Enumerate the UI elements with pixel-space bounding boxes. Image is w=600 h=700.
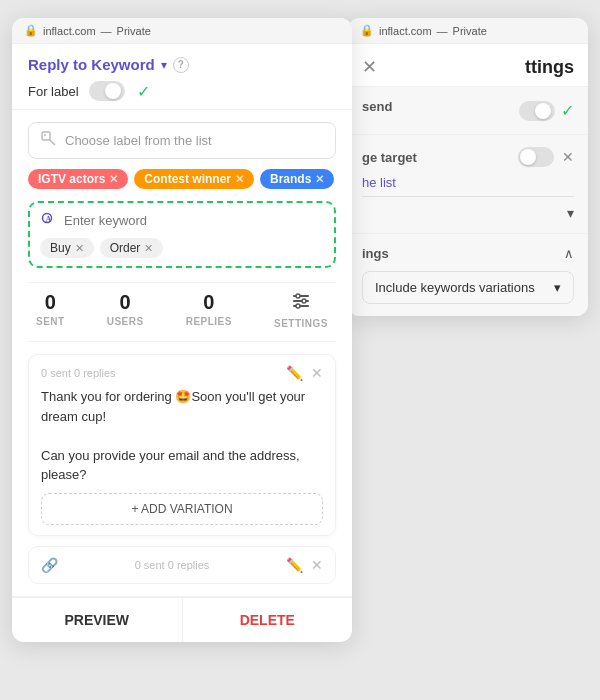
tag-remove-icon[interactable]: ✕ bbox=[315, 173, 324, 186]
right-send-label: send bbox=[362, 99, 392, 114]
stat-users-label: USERS bbox=[107, 316, 144, 327]
message-card: 0 sent 0 replies ✏️ ✕ Thank you for orde… bbox=[28, 354, 336, 536]
right-panel-body: send ✓ ge target ✕ he list ▾ bbox=[348, 87, 588, 316]
right-section-ings: ings ∧ Include keywords variations ▾ bbox=[348, 234, 588, 316]
for-label-row: For label ✓ bbox=[28, 81, 336, 101]
edit-icon[interactable]: ✏️ bbox=[286, 365, 303, 381]
right-send-row: send ✓ bbox=[362, 99, 574, 122]
dropdown-row: ▾ bbox=[362, 196, 574, 221]
chevron-down-icon[interactable]: ▾ bbox=[161, 58, 167, 72]
panel-title-row: Reply to Keyword ▾ ? bbox=[28, 56, 336, 73]
keyword-input[interactable] bbox=[64, 213, 324, 228]
second-card-top: 🔗 0 sent 0 replies ✏️ ✕ bbox=[41, 557, 323, 573]
stat-users: 0 USERS bbox=[107, 291, 144, 327]
stat-users-num: 0 bbox=[120, 291, 131, 314]
target-toggle[interactable] bbox=[518, 147, 554, 167]
edit-icon[interactable]: ✏️ bbox=[286, 557, 303, 573]
message-card-top: 0 sent 0 replies ✏️ ✕ bbox=[41, 365, 323, 381]
from-list-row: he list bbox=[362, 175, 574, 190]
panel-footer: PREVIEW DELETE bbox=[12, 596, 352, 642]
target-close-icon[interactable]: ✕ bbox=[562, 149, 574, 165]
from-list-text: he list bbox=[362, 175, 396, 190]
stat-sent: 0 SENT bbox=[36, 291, 65, 327]
label-chooser[interactable]: Choose label from the list bbox=[28, 122, 336, 159]
label-chooser-text: Choose label from the list bbox=[65, 133, 212, 148]
right-target-header: ge target ✕ bbox=[362, 147, 574, 167]
tag-label: Contest winner bbox=[144, 172, 231, 186]
tag-igtv[interactable]: IGTV actors ✕ bbox=[28, 169, 128, 189]
main-panel: 🔒 inflact.com — Private Reply to Keyword… bbox=[12, 18, 352, 642]
keyword-tag-remove-icon[interactable]: ✕ bbox=[144, 242, 153, 255]
keyword-tags-row: Buy ✕ Order ✕ bbox=[40, 238, 324, 258]
stat-sent-label: SENT bbox=[36, 316, 65, 327]
check-green-icon: ✓ bbox=[137, 82, 150, 101]
question-icon[interactable]: ? bbox=[173, 57, 189, 73]
second-card-meta: 0 sent 0 replies bbox=[135, 559, 210, 571]
tag-label: IGTV actors bbox=[38, 172, 105, 186]
lock-icon: 🔒 bbox=[24, 24, 38, 37]
stat-replies-label: REPLIES bbox=[186, 316, 232, 327]
send-toggle[interactable] bbox=[519, 101, 555, 121]
settings-button[interactable]: SETTINGS bbox=[274, 291, 328, 329]
right-panel-title: ttings bbox=[525, 57, 574, 78]
tag-remove-icon[interactable]: ✕ bbox=[109, 173, 118, 186]
keyword-variations-label: Include keywords variations bbox=[375, 280, 535, 295]
delete-button[interactable]: DELETE bbox=[183, 598, 353, 642]
stat-replies-num: 0 bbox=[203, 291, 214, 314]
right-panel-header: ✕ ttings bbox=[348, 44, 588, 87]
keyword-box: A Buy ✕ Order ✕ bbox=[28, 201, 336, 268]
keyword-tag-order[interactable]: Order ✕ bbox=[100, 238, 164, 258]
keyword-tag-label: Order bbox=[110, 241, 141, 255]
tag-contest[interactable]: Contest winner ✕ bbox=[134, 169, 254, 189]
keyword-variations-dropdown[interactable]: Include keywords variations ▾ bbox=[362, 271, 574, 304]
svg-text:A: A bbox=[46, 215, 52, 224]
lock-icon: 🔒 bbox=[360, 24, 374, 37]
close-card-icon[interactable]: ✕ bbox=[311, 365, 323, 381]
stats-row: 0 SENT 0 USERS 0 REPLIES bbox=[28, 282, 336, 342]
tag-remove-icon[interactable]: ✕ bbox=[235, 173, 244, 186]
stat-sent-num: 0 bbox=[45, 291, 56, 314]
browser-privacy-label: Private bbox=[453, 25, 487, 37]
settings-label: SETTINGS bbox=[274, 318, 328, 329]
svg-point-8 bbox=[296, 294, 300, 298]
send-check-icon: ✓ bbox=[561, 101, 574, 120]
dropdown-arrow-icon[interactable]: ▾ bbox=[567, 205, 574, 221]
chevron-up-icon[interactable]: ∧ bbox=[564, 246, 574, 261]
right-target-toggle-row: ✕ bbox=[518, 147, 574, 167]
tag-label: Brands bbox=[270, 172, 311, 186]
preview-button[interactable]: PREVIEW bbox=[12, 598, 183, 642]
keyword-tag-buy[interactable]: Buy ✕ bbox=[40, 238, 94, 258]
svg-rect-0 bbox=[42, 132, 50, 140]
panel-header: Reply to Keyword ▾ ? For label ✓ bbox=[12, 44, 352, 110]
stat-replies: 0 REPLIES bbox=[186, 291, 232, 327]
for-label-toggle[interactable] bbox=[89, 81, 125, 101]
svg-point-10 bbox=[296, 304, 300, 308]
panel-title: Reply to Keyword bbox=[28, 56, 155, 73]
main-browser-bar: 🔒 inflact.com — Private bbox=[12, 18, 352, 44]
svg-point-1 bbox=[44, 134, 46, 136]
svg-point-9 bbox=[302, 299, 306, 303]
right-close-icon[interactable]: ✕ bbox=[362, 56, 377, 78]
for-label-text: For label bbox=[28, 84, 79, 99]
tags-row: IGTV actors ✕ Contest winner ✕ Brands ✕ bbox=[28, 169, 336, 189]
browser-privacy: — bbox=[101, 25, 112, 37]
keyword-input-row: A bbox=[40, 211, 324, 230]
keyword-variations-arrow: ▾ bbox=[554, 280, 561, 295]
message-meta: 0 sent 0 replies bbox=[41, 367, 116, 379]
right-ings-label: ings bbox=[362, 246, 389, 261]
settings-icon bbox=[291, 291, 311, 316]
svg-line-2 bbox=[49, 139, 55, 145]
browser-url: inflact.com bbox=[379, 25, 432, 37]
right-section-send: send ✓ bbox=[348, 87, 588, 135]
keyword-tag-remove-icon[interactable]: ✕ bbox=[75, 242, 84, 255]
right-section-target: ge target ✕ he list ▾ bbox=[348, 135, 588, 234]
browser-url: inflact.com bbox=[43, 25, 96, 37]
tag-icon bbox=[41, 131, 57, 150]
close-card-icon[interactable]: ✕ bbox=[311, 557, 323, 573]
right-panel: 🔒 inflact.com — Private ✕ ttings send ✓ … bbox=[348, 18, 588, 316]
tag-brands[interactable]: Brands ✕ bbox=[260, 169, 334, 189]
right-ings-header: ings ∧ bbox=[362, 246, 574, 261]
panel-body: Choose label from the list IGTV actors ✕… bbox=[12, 110, 352, 596]
add-variation-button[interactable]: + ADD VARIATION bbox=[41, 493, 323, 525]
second-card: 🔗 0 sent 0 replies ✏️ ✕ bbox=[28, 546, 336, 584]
